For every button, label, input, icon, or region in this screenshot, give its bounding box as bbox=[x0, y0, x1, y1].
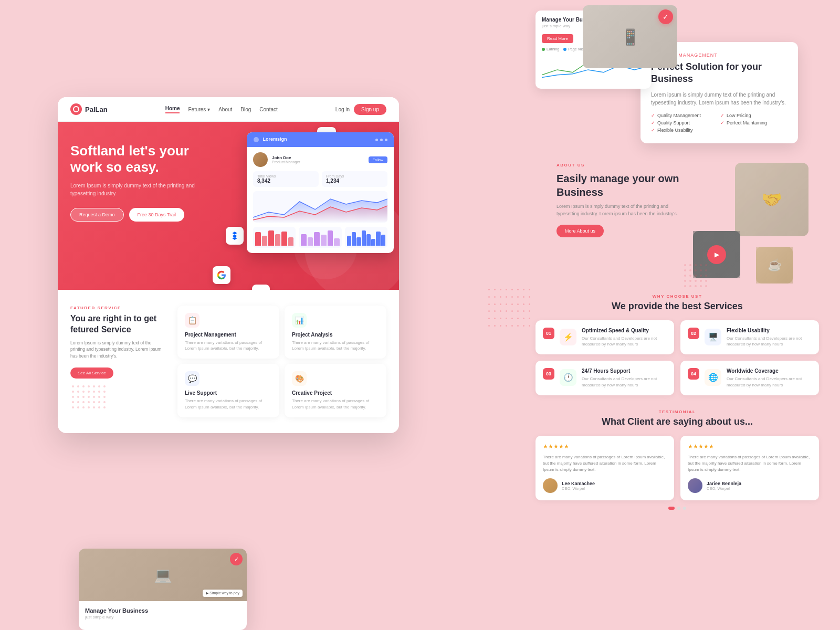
nav-link-home[interactable]: Home bbox=[165, 106, 180, 113]
legend-earning: Earning bbox=[542, 47, 559, 51]
why-icon-usability: 🖥️ bbox=[705, 329, 721, 345]
nav-link-about[interactable]: About bbox=[218, 107, 232, 112]
featured-label: FATURED SERVICE bbox=[70, 306, 165, 310]
about-inner: ABOUT US Easily manage your own Business… bbox=[556, 163, 808, 278]
svg-point-45 bbox=[695, 269, 697, 271]
dot-3[interactable] bbox=[683, 507, 686, 510]
feature-5: Flexible Usability bbox=[651, 128, 718, 133]
svg-point-36 bbox=[98, 406, 100, 408]
dash-bar-chart-2 bbox=[299, 227, 341, 248]
nav-link-features[interactable]: Fetures ▾ bbox=[188, 107, 210, 112]
service-desc-analysis: There are many variations of passages of… bbox=[292, 340, 379, 351]
dash-bar-chart-3 bbox=[345, 227, 387, 248]
feature-4: Perfect Maintaining bbox=[720, 120, 788, 125]
dropbox-icon bbox=[226, 227, 244, 245]
more-about-button[interactable]: More About us bbox=[556, 225, 604, 237]
why-icon-support: 🕐 bbox=[560, 369, 576, 386]
testimonial-dots bbox=[536, 507, 819, 510]
feature-2: Low Pricing bbox=[720, 113, 788, 118]
featured-section: FATURED SERVICE You are right in to get … bbox=[58, 290, 399, 433]
bottom-mockup-content: Manage Your Business just simple way bbox=[79, 601, 247, 630]
about-dots-deco: const asd = document.currentScript.paren… bbox=[682, 262, 709, 289]
dash-stat-views-label: Total Views bbox=[257, 174, 314, 178]
svg-point-46 bbox=[700, 269, 702, 271]
bottom-mockup-img: 💻 ✓ ▶ Simple way to pay bbox=[79, 549, 247, 601]
svg-point-2 bbox=[254, 137, 259, 142]
service-icon-support: 💬 bbox=[185, 371, 200, 386]
site-logo: PalLan bbox=[70, 103, 108, 115]
svg-point-14 bbox=[93, 391, 95, 393]
why-title: We provide the best Services bbox=[536, 301, 819, 312]
service-title-support: Live Support bbox=[185, 390, 272, 396]
notion-icon: N bbox=[252, 285, 270, 290]
svg-point-54 bbox=[689, 280, 691, 282]
svg-point-59 bbox=[689, 285, 691, 287]
service-card-analysis: 📊 Project Analysis There are many variat… bbox=[285, 306, 386, 359]
feature-1: Quality Management bbox=[651, 113, 718, 118]
why-icon-worldwide: 🌐 bbox=[705, 369, 721, 386]
service-desc-support: There are many variations of passages of… bbox=[185, 398, 272, 410]
see-all-button[interactable]: See All Service bbox=[70, 368, 113, 379]
mini-read-more-button[interactable]: Read More bbox=[542, 34, 573, 43]
svg-point-35 bbox=[93, 406, 95, 408]
why-card-desc-usability: Our Consultants and Developers are not m… bbox=[727, 335, 812, 347]
dash-avatar bbox=[253, 152, 268, 167]
login-button[interactable]: Log in bbox=[335, 107, 350, 112]
dot-active[interactable] bbox=[668, 507, 675, 510]
testimonials-grid: ★★★★★ There are many variations of passa… bbox=[536, 436, 819, 500]
svg-point-17 bbox=[72, 396, 74, 398]
author-role-1: CEO, Worpel bbox=[562, 486, 595, 491]
why-card-usability: 02 🖥️ Flexible Usability Our Consultants… bbox=[680, 320, 819, 354]
service-icon-creative: 🎨 bbox=[292, 371, 307, 386]
service-card-management: 📋 Project Management There are many vari… bbox=[177, 306, 279, 359]
nav-link-blog[interactable]: Blog bbox=[240, 107, 251, 112]
testimonial-title: What Client are saying about us... bbox=[536, 416, 819, 427]
why-services-grid: 01 ⚡ Optimized Speed & Quality Our Consu… bbox=[536, 320, 819, 395]
svg-point-8 bbox=[98, 385, 100, 387]
dash-dot-2 bbox=[380, 139, 383, 141]
free-trial-button[interactable]: Free 30 Days Trail bbox=[129, 208, 185, 222]
dash-dot-3 bbox=[385, 139, 387, 141]
signup-button[interactable]: Sign up bbox=[354, 104, 386, 115]
why-num-1: 01 bbox=[543, 328, 554, 339]
dot-2[interactable] bbox=[677, 507, 680, 510]
features-grid: Quality Management Low Pricing Quality S… bbox=[651, 113, 788, 133]
nav-actions: Log in Sign up bbox=[335, 104, 386, 115]
svg-point-51 bbox=[700, 275, 702, 277]
service-title-creative: Creative Project bbox=[292, 390, 379, 396]
dash-stats-row: Total Views 8,342 From Days 1,234 bbox=[253, 171, 387, 187]
author-name-1: Lee Kamachee bbox=[562, 481, 595, 486]
service-desc-management: There are many variations of passages of… bbox=[185, 340, 272, 351]
service-icon-analysis: 📊 bbox=[292, 313, 307, 328]
svg-point-31 bbox=[72, 406, 74, 408]
svg-point-26 bbox=[82, 401, 85, 403]
about-img-main: 🤝 bbox=[735, 163, 808, 236]
nav-link-contact[interactable]: Contact bbox=[259, 107, 277, 112]
svg-point-40 bbox=[695, 264, 697, 266]
why-num-3: 03 bbox=[543, 368, 554, 380]
svg-point-56 bbox=[700, 280, 702, 282]
play-button[interactable]: ▶ bbox=[707, 245, 726, 264]
why-section: WHY CHOOSE UST We provide the best Servi… bbox=[536, 294, 819, 395]
svg-point-58 bbox=[684, 285, 686, 287]
testimonial-card-2: ★★★★★ There are many variations of passa… bbox=[680, 436, 819, 500]
svg-point-7 bbox=[93, 385, 95, 387]
svg-point-9 bbox=[103, 385, 106, 387]
svg-point-15 bbox=[98, 391, 100, 393]
google-icon bbox=[213, 266, 230, 284]
svg-point-55 bbox=[695, 280, 697, 282]
svg-point-38 bbox=[684, 264, 686, 266]
author-1: Lee Kamachee CEO, Worpel bbox=[543, 478, 667, 493]
svg-point-24 bbox=[72, 401, 74, 403]
svg-point-13 bbox=[88, 391, 90, 393]
svg-point-47 bbox=[705, 269, 707, 271]
request-demo-button[interactable]: Request a Demo bbox=[70, 208, 124, 222]
svg-point-27 bbox=[88, 401, 90, 403]
avatar-2 bbox=[688, 478, 702, 493]
about-section: ABOUT US Easily manage your own Business… bbox=[556, 163, 808, 278]
dash-follow-button[interactable]: Follow bbox=[369, 156, 387, 163]
logo-text: PalLan bbox=[85, 106, 108, 113]
logo-icon bbox=[70, 103, 82, 115]
svg-point-41 bbox=[700, 264, 702, 266]
svg-point-53 bbox=[684, 280, 686, 282]
